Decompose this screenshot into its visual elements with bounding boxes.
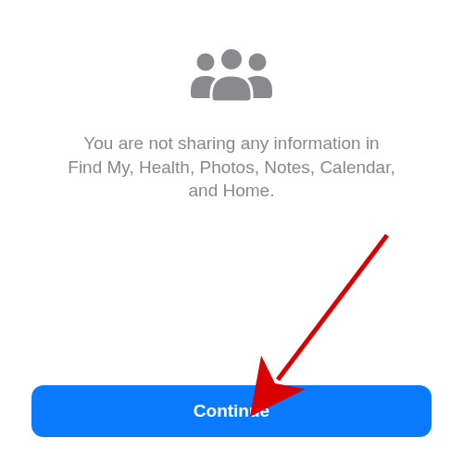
people-group-icon bbox=[186, 44, 277, 106]
svg-line-4 bbox=[278, 235, 387, 380]
svg-point-2 bbox=[220, 48, 244, 71]
continue-button[interactable]: Continue bbox=[31, 385, 432, 437]
button-container: Continue bbox=[0, 385, 463, 437]
svg-point-1 bbox=[249, 54, 267, 71]
sharing-status-message: You are not sharing any information in F… bbox=[46, 132, 417, 203]
svg-point-0 bbox=[197, 54, 215, 71]
content-area: You are not sharing any information in F… bbox=[0, 0, 463, 203]
